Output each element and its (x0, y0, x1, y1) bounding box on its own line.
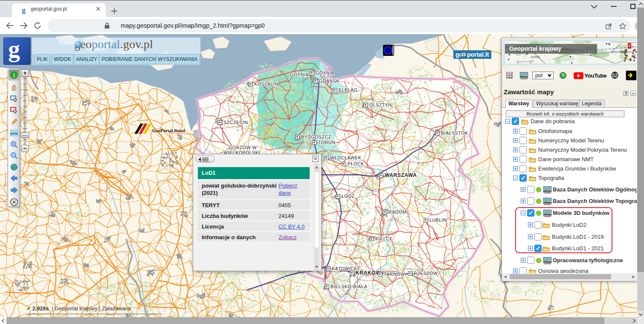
svg-text:BIAŁYSTOK: BIAŁYSTOK (441, 130, 468, 136)
svg-text:KRAKÓW: KRAKÓW (356, 269, 381, 276)
svg-text:portal.lt: portal.lt (467, 51, 489, 58)
svg-text:Zlotniki: Zlotniki (531, 55, 540, 58)
svg-text:ELBLĄG: ELBLĄG (339, 87, 357, 93)
svg-text:?: ? (562, 73, 565, 78)
svg-text:SZCZECIN: SZCZECIN (223, 120, 248, 125)
svg-text:GORZÓW W.: GORZÓW W. (229, 145, 258, 150)
svg-text:GDAŃSK: GDAŃSK (319, 78, 339, 84)
svg-text:OLSZTYN: OLSZTYN (369, 102, 392, 107)
svg-text:RZESZÓW: RZESZÓW (414, 271, 438, 276)
svg-text:RADOM: RADOM (389, 209, 406, 214)
svg-text:wms: wms (520, 76, 528, 79)
svg-text:GDYNIA: GDYNIA (290, 72, 309, 77)
svg-text:Gni: Gni (620, 49, 627, 54)
svg-text:KOSZALIN: KOSZALIN (254, 81, 278, 87)
svg-text:GeoPortal.Bund: GeoPortal.Bund (152, 128, 185, 133)
svg-text:8: 8 (629, 44, 631, 48)
svg-text:TARNÓW: TARNÓW (384, 272, 405, 277)
svg-text:WŁOCŁAWEK: WŁOCŁAWEK (330, 155, 361, 160)
svg-text:TORUŃ: TORUŃ (318, 140, 335, 145)
svg-text:ŁÓDŹ: ŁÓDŹ (342, 194, 354, 199)
svg-text:wms: wms (544, 202, 551, 205)
svg-text:BYDGOSZCZ: BYDGOSZCZ (301, 134, 331, 139)
svg-text:BIELSKO-BIAŁA: BIELSKO-BIAŁA (331, 284, 367, 289)
svg-text:PŁOCK: PŁOCK (348, 161, 364, 166)
svg-text:YouTube: YouTube (584, 72, 607, 79)
svg-text:XYH: XYH (11, 132, 18, 136)
svg-text:KATOWICE: KATOWICE (332, 266, 357, 271)
svg-text:LUBLIN: LUBLIN (429, 217, 447, 223)
svg-text:KIELCE: KIELCE (375, 236, 393, 241)
svg-text:wms: wms (544, 261, 551, 264)
svg-text:WARSZAWA: WARSZAWA (385, 172, 417, 178)
svg-text:wms: wms (544, 191, 551, 194)
svg-text:GDYNIA: GDYNIA (316, 70, 334, 75)
